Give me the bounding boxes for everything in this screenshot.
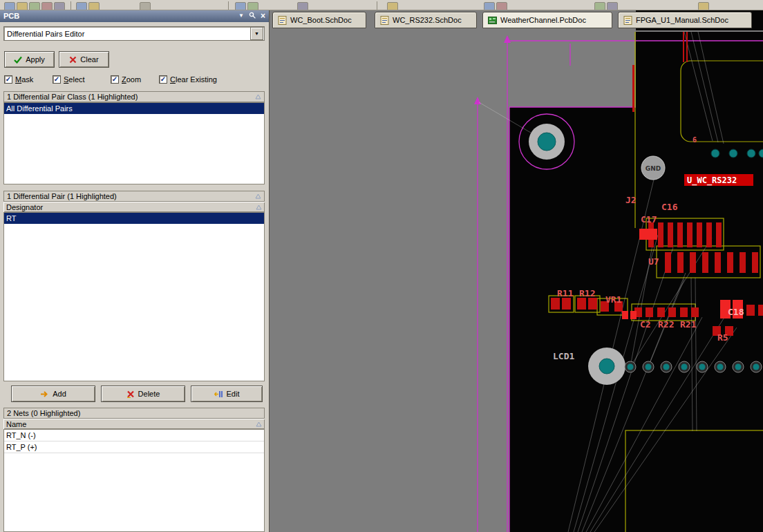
combo-dropdown-button[interactable]: ▼ (250, 27, 263, 40)
toolbar-icon[interactable] (17, 2, 28, 10)
mask-checkbox[interactable]: ✓ Mask (4, 75, 33, 84)
toolbar-icon[interactable] (698, 2, 709, 10)
toolbar-icon[interactable] (88, 2, 100, 10)
checkbox-label: Clear Existing (170, 75, 217, 84)
designator-vr1: VR1 (605, 294, 622, 305)
nets-list-header[interactable]: 2 Nets (0 Highlighted) (3, 408, 265, 419)
toolbar-icon[interactable] (297, 2, 308, 10)
designator-c16: C16 (661, 202, 678, 212)
pcb-workspace[interactable]: U_WC_RS232 J2 C16 C17 U7 R11 R12 VR1 C2 … (270, 30, 763, 532)
tab-wc-rs232-schdoc[interactable]: WC_RS232.SchDoc (375, 12, 477, 28)
gnd-via-label: GND (646, 165, 661, 172)
toolbar-icon[interactable] (54, 2, 65, 10)
schdoc-icon (278, 16, 287, 25)
pcbdoc-icon (488, 16, 497, 25)
tab-label: WC_RS232.SchDoc (393, 16, 462, 24)
panel-title: PCB (3, 12, 19, 20)
checkbox-label: Select (64, 75, 85, 84)
class-list-header-label: 1 Differential Pair Class (1 Highlighted… (7, 93, 138, 101)
clear-existing-checkbox[interactable]: ✓ Clear Existing (159, 75, 217, 84)
schdoc-icon (623, 16, 632, 25)
class-list[interactable]: All Differential Pairs (3, 102, 265, 184)
tab-wc-boot-schdoc[interactable]: WC_Boot.SchDoc (272, 12, 366, 28)
apply-button[interactable]: Apply (4, 51, 55, 68)
pcb-canvas[interactable]: U_WC_RS232 J2 C16 C17 U7 R11 R12 VR1 C2 … (270, 30, 763, 532)
designator-column-label: Designator (6, 203, 43, 211)
checkbox-check-icon: ✓ (53, 75, 61, 84)
panel-titlebar[interactable]: PCB ▼ × (0, 10, 269, 22)
checkbox-check-icon: ✓ (4, 75, 12, 84)
toolbar-separator (70, 1, 71, 10)
designator-c17: C17 (641, 214, 657, 225)
delete-button[interactable]: Delete (101, 386, 185, 402)
toolbar-icon[interactable] (4, 2, 15, 10)
toolbar-icon[interactable] (484, 2, 495, 10)
sort-ascending-icon (256, 205, 262, 210)
designator-c18: C18 (728, 307, 744, 317)
toolbar-icon[interactable] (247, 2, 258, 10)
apply-check-icon (14, 56, 22, 64)
toolbar-icon[interactable] (235, 2, 246, 10)
tab-label: WC_Boot.SchDoc (290, 16, 352, 24)
select-checkbox[interactable]: ✓ Select (53, 75, 85, 84)
editor-mode-select[interactable]: Differential Pairs Editor ▼ (3, 26, 265, 41)
delete-button-label: Delete (138, 390, 160, 398)
net-list-item[interactable]: RT_P (+) (4, 441, 264, 453)
tab-weatherchannel-pcbdoc[interactable]: WeatherChannel.PcbDoc (482, 12, 612, 28)
checkbox-check-icon: ✓ (159, 75, 167, 84)
designator-r22: R22 (658, 319, 674, 330)
clear-x-icon (69, 56, 77, 64)
delete-icon (126, 390, 135, 398)
sort-ascending-icon (255, 193, 261, 199)
close-icon[interactable]: × (261, 12, 265, 20)
zoom-checkbox[interactable]: ✓ Zoom (111, 75, 141, 84)
edit-button[interactable]: Edit (191, 386, 263, 402)
toolbar-icon[interactable] (387, 2, 398, 10)
sort-ascending-icon (255, 94, 261, 99)
designator-j2: J2 (625, 195, 637, 205)
add-button-label: Add (53, 390, 66, 398)
pcb-panel: PCB ▼ × Differential Pairs Editor ▼ Appl… (0, 10, 270, 532)
editor-mode-value: Differential Pairs Editor (4, 30, 250, 38)
add-button[interactable]: Add (11, 386, 95, 402)
net-label-highlight: U_WC_RS232 (684, 174, 753, 186)
designator-r12: R12 (579, 288, 595, 298)
designator-column-header[interactable]: Designator (3, 202, 265, 212)
toolbar-icon[interactable] (594, 2, 605, 10)
class-list-header[interactable]: 1 Differential Pair Class (1 Highlighted… (3, 91, 265, 102)
designator-c2: C2 (640, 319, 651, 330)
edit-icon (214, 390, 223, 398)
clear-button-label: Clear (80, 55, 98, 64)
pair-list-item[interactable]: RT (4, 213, 264, 224)
clear-button[interactable]: Clear (59, 51, 109, 68)
tab-label: FPGA_U1_Manual.SchDoc (636, 16, 728, 24)
toolbar-icon[interactable] (140, 2, 151, 10)
designator-u7: U7 (648, 256, 659, 267)
apply-button-label: Apply (26, 55, 45, 64)
pair-list[interactable]: RT (3, 212, 265, 381)
toolbar-icon[interactable] (41, 2, 53, 10)
sort-ascending-icon (256, 421, 262, 427)
checkbox-check-icon: ✓ (111, 75, 119, 84)
tab-label: WeatherChannel.PcbDoc (500, 16, 586, 24)
toolbar-icon[interactable] (76, 2, 87, 10)
pair-list-header[interactable]: 1 Differential Pair (1 Highlighted) (3, 191, 265, 202)
chevron-down-icon[interactable]: ▼ (238, 13, 244, 19)
pin-icon[interactable] (249, 12, 256, 20)
net-list-item[interactable]: RT_N (-) (4, 430, 264, 441)
name-column-header[interactable]: Name (3, 419, 265, 429)
nets-list[interactable]: RT_N (-) RT_P (+) (3, 429, 265, 532)
schdoc-icon (380, 16, 389, 25)
edit-button-label: Edit (227, 390, 240, 398)
toolbar-icon[interactable] (607, 2, 618, 10)
toolbar-separator (228, 1, 229, 10)
checkbox-label: Mask (15, 75, 33, 84)
class-list-item[interactable]: All Differential Pairs (4, 103, 264, 114)
toolbar-separator (377, 1, 377, 10)
document-tabbar: WC_Boot.SchDoc WC_RS232.SchDoc WeatherCh… (270, 10, 763, 30)
nets-list-header-label: 2 Nets (0 Highlighted) (7, 409, 80, 417)
tab-fpga-u1-manual-schdoc[interactable]: FPGA_U1_Manual.SchDoc (618, 12, 752, 28)
toolbar-icon[interactable] (29, 2, 40, 10)
designator-r21: R21 (680, 319, 697, 330)
toolbar-icon[interactable] (496, 2, 507, 10)
